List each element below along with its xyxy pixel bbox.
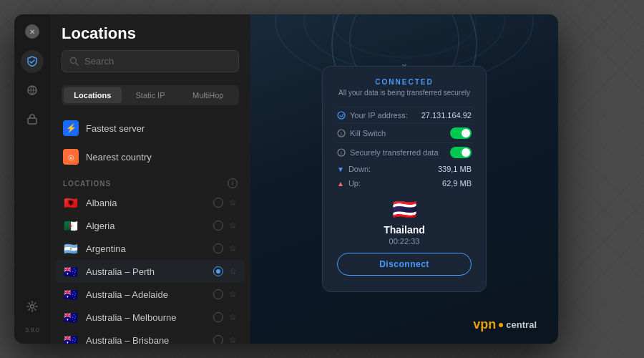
ip-value: 27.131.164.92 [421, 111, 472, 120]
main-panel: Locations Search Locations Static IP Mul… [50, 14, 250, 344]
kill-switch-row: i Kill Switch [337, 123, 472, 142]
kill-switch-label: i Kill Switch [337, 129, 386, 137]
svg-point-6 [333, 14, 476, 57]
list-item[interactable]: 🇦🇱 Albania ☆ [56, 191, 245, 214]
star-algeria[interactable]: ☆ [228, 221, 238, 231]
up-row: ▲ Up: 62,9 MB [337, 176, 472, 190]
up-value: 62,9 MB [442, 179, 472, 188]
country-display: 🇹🇭 Thailand 00:22:33 Disconnect [337, 190, 472, 280]
sidebar-icon-shield[interactable] [21, 50, 44, 73]
location-actions: ☆ [213, 335, 238, 344]
search-icon [69, 57, 79, 66]
disconnect-button[interactable]: Disconnect [337, 253, 472, 276]
star-argentina[interactable]: ☆ [228, 243, 238, 253]
right-panel: ⌄ CONNECTED All your data is being trans… [250, 14, 558, 344]
svg-text:i: i [341, 150, 342, 156]
location-actions: ☆ [213, 221, 238, 231]
star-au-brisbane[interactable]: ☆ [228, 335, 238, 344]
sidebar: ✕ 3.9 [14, 14, 50, 344]
radio-au-perth[interactable] [213, 266, 223, 276]
location-name: Australia – Melbourne [86, 312, 206, 323]
tab-multihop[interactable]: MultiHop [179, 87, 237, 103]
star-au-adelaide[interactable]: ☆ [228, 289, 238, 299]
search-box[interactable]: Search [62, 50, 239, 72]
tab-static-ip[interactable]: Static IP [122, 87, 180, 103]
version-label: 3.9.0 [25, 326, 39, 334]
tabs-row: Locations Static IP MultiHop [62, 85, 239, 105]
secure-data-toggle[interactable] [450, 147, 472, 158]
radio-algeria[interactable] [213, 221, 223, 231]
sidebar-icon-globe[interactable] [21, 79, 44, 102]
location-name: Australia – Brisbane [86, 335, 206, 344]
search-placeholder: Search [84, 56, 114, 67]
location-name: Algeria [86, 221, 206, 231]
vpn-central-text: central [506, 319, 537, 330]
nearest-country-label: Nearest country [86, 152, 152, 163]
panel-header: Locations Search [50, 14, 250, 79]
vpn-dot [499, 323, 503, 327]
location-actions: ☆ [213, 289, 238, 299]
flag-argentina: 🇦🇷 [63, 243, 79, 254]
tab-locations[interactable]: Locations [64, 87, 122, 103]
locations-list: LOCATIONS i 🇦🇱 Albania ☆ 🇩🇿 Algeria ☆ [50, 174, 250, 344]
list-item[interactable]: 🇦🇺 Australia – Brisbane ☆ [56, 329, 245, 344]
fastest-icon: ⚡ [63, 120, 79, 136]
flag-algeria: 🇩🇿 [63, 220, 79, 231]
vpn-watermark: vpn central [473, 317, 537, 332]
radio-argentina[interactable] [213, 243, 223, 253]
location-actions: ☆ [213, 266, 238, 276]
section-header: LOCATIONS i [56, 174, 245, 191]
connection-time: 00:22:33 [337, 237, 472, 246]
ip-row: Your IP address: 27.131.164.92 [337, 107, 472, 123]
connected-badge: CONNECTED [337, 78, 472, 86]
killswitch-icon: i [337, 129, 346, 137]
down-label: ▼ Down: [337, 165, 371, 173]
vpn-logo: vpn [473, 317, 496, 332]
down-value: 339,1 MB [438, 165, 472, 173]
radio-au-adelaide[interactable] [213, 289, 223, 299]
nearest-country-item[interactable]: ◎ Nearest country [56, 142, 245, 171]
flag-au-brisbane: 🇦🇺 [63, 334, 79, 344]
star-au-melbourne[interactable]: ☆ [228, 312, 238, 322]
country-flag: 🇹🇭 [337, 198, 472, 221]
svg-text:i: i [341, 130, 342, 137]
radio-au-brisbane[interactable] [213, 335, 223, 344]
list-item[interactable]: 🇦🇷 Argentina ☆ [56, 237, 245, 260]
location-actions: ☆ [213, 312, 238, 322]
location-actions: ☆ [213, 243, 238, 253]
list-item[interactable]: 🇦🇺 Australia – Melbourne ☆ [56, 306, 245, 329]
sidebar-icon-settings[interactable] [21, 295, 44, 318]
app-window: ✕ 3.9 [14, 14, 558, 344]
flag-au-adelaide: 🇦🇺 [63, 289, 79, 300]
close-button[interactable]: ✕ [25, 24, 39, 39]
status-card: CONNECTED All your data is being transfe… [322, 66, 487, 292]
nearest-icon: ◎ [63, 149, 79, 165]
star-au-perth[interactable]: ☆ [228, 266, 238, 276]
panel-title: Locations [62, 24, 239, 43]
flag-au-perth: 🇦🇺 [63, 266, 79, 277]
info-icon[interactable]: i [228, 178, 238, 188]
radio-albania[interactable] [213, 198, 223, 208]
svg-point-2 [31, 305, 34, 309]
location-name: Albania [86, 198, 206, 208]
flag-albania: 🇦🇱 [63, 197, 79, 208]
list-item[interactable]: 🇩🇿 Algeria ☆ [56, 214, 245, 237]
svg-point-7 [338, 112, 345, 119]
list-item[interactable]: 🇦🇺 Australia – Perth ☆ [56, 260, 245, 283]
star-albania[interactable]: ☆ [228, 198, 238, 208]
location-name: Argentina [86, 243, 206, 254]
country-name: Thailand [337, 224, 472, 236]
ip-label: Your IP address: [337, 111, 408, 120]
svg-point-3 [71, 58, 77, 64]
refresh-icon [337, 111, 346, 120]
location-name: Australia – Adelaide [86, 289, 206, 300]
list-item[interactable]: 🇦🇺 Australia – Adelaide ☆ [56, 283, 245, 306]
location-name: Australia – Perth [86, 266, 206, 277]
svg-rect-1 [28, 118, 36, 124]
radio-au-melbourne[interactable] [213, 312, 223, 322]
location-actions: ☆ [213, 198, 238, 208]
fastest-server-item[interactable]: ⚡ Fastest server [56, 114, 245, 142]
sidebar-icon-lock[interactable] [21, 107, 44, 130]
kill-switch-toggle[interactable] [450, 127, 472, 139]
status-subtitle: All your data is being transferred secur… [337, 89, 472, 97]
